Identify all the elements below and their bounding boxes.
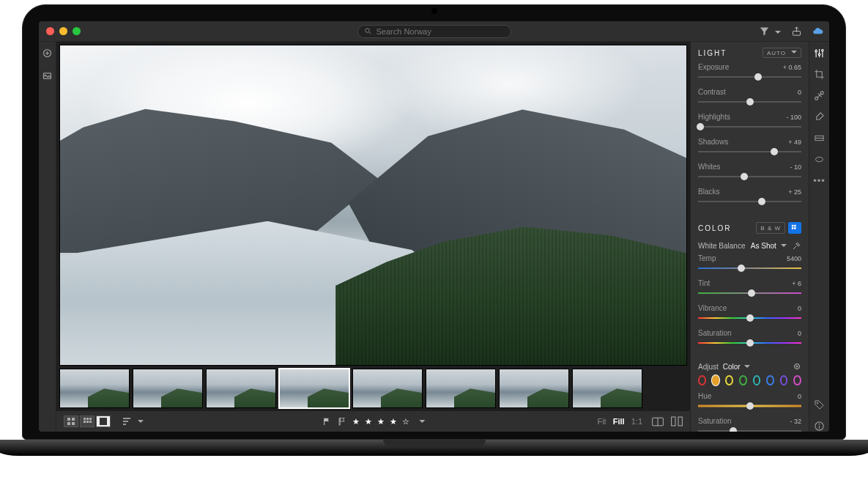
white-balance-label: White Balance [698, 242, 745, 250]
hsl-value: - 32 [790, 418, 801, 425]
swatch-6[interactable] [780, 375, 788, 385]
square-grid-view-button[interactable] [80, 416, 94, 427]
laptop-base [0, 440, 868, 456]
svg-line-1 [368, 32, 370, 34]
svg-rect-23 [794, 225, 796, 227]
chevron-down-icon [417, 417, 425, 426]
swatch-4[interactable] [753, 375, 761, 385]
swatch-2[interactable] [725, 375, 733, 385]
color-slider[interactable] [698, 314, 801, 322]
left-rail [39, 42, 56, 432]
color-slider[interactable] [698, 264, 801, 273]
thumbnail[interactable] [206, 369, 276, 408]
bw-button[interactable]: B & W [756, 222, 785, 234]
rating-stars[interactable]: ★ ★ ★ ★ ☆ [352, 417, 411, 427]
swatch-3[interactable] [739, 375, 747, 385]
radial-gradient-icon[interactable] [814, 154, 825, 165]
search-input[interactable]: Search Norway [357, 25, 511, 38]
show-original-icon[interactable] [652, 417, 664, 427]
swatch-0[interactable] [698, 375, 706, 385]
light-label: Contrast [698, 88, 726, 96]
grid-small-icon [791, 224, 798, 232]
svg-point-27 [796, 366, 798, 367]
edit-sliders-icon[interactable] [814, 48, 825, 59]
add-photos-icon[interactable] [42, 48, 53, 59]
flag-pick-icon[interactable] [322, 417, 331, 427]
adjust-select[interactable]: Color [723, 363, 751, 371]
thumbnail[interactable] [426, 369, 496, 408]
light-label: Blacks [698, 188, 719, 196]
zoom-fit[interactable]: Fit [597, 417, 606, 426]
color-value: + 6 [792, 280, 801, 287]
search-placeholder: Search Norway [376, 27, 431, 36]
filmstrip[interactable] [56, 366, 690, 411]
light-slider[interactable] [698, 147, 801, 156]
window-minimize-button[interactable] [59, 27, 67, 35]
zoom-1to1[interactable]: 1:1 [631, 417, 642, 426]
thumbnail[interactable] [352, 369, 423, 408]
chevron-down-icon [789, 49, 797, 56]
filter-button[interactable] [759, 25, 781, 38]
chevron-down-icon [779, 242, 787, 250]
image-viewer: ★ ★ ★ ★ ☆ Fit Fill 1:1 [56, 42, 690, 432]
light-slider[interactable] [698, 97, 801, 106]
auto-button[interactable]: AUTO [763, 48, 801, 58]
swatch-1[interactable] [712, 375, 720, 385]
color-label: Saturation [698, 329, 732, 337]
swatch-7[interactable] [793, 375, 801, 385]
window-close-button[interactable] [46, 27, 54, 35]
detail-view-button[interactable] [96, 416, 111, 427]
grid-view-button[interactable] [64, 416, 78, 427]
crop-icon[interactable] [814, 69, 825, 80]
more-tools-icon[interactable]: ••• [813, 175, 826, 186]
profile-button[interactable] [788, 222, 801, 234]
hsl-slider[interactable] [698, 427, 801, 432]
svg-point-38 [816, 157, 823, 161]
heal-icon[interactable] [814, 90, 825, 101]
thumbnail[interactable] [59, 369, 130, 408]
brush-icon[interactable] [814, 111, 825, 122]
light-slider[interactable] [698, 73, 801, 81]
cloud-sync-icon[interactable] [812, 26, 823, 37]
svg-rect-14 [84, 421, 86, 423]
zoom-controls[interactable]: Fit Fill 1:1 [595, 417, 645, 426]
color-slider[interactable] [698, 339, 801, 347]
svg-point-42 [819, 424, 820, 424]
svg-point-31 [815, 51, 817, 53]
info-icon[interactable] [814, 421, 825, 432]
color-slider[interactable] [698, 289, 801, 298]
light-slider[interactable] [698, 172, 801, 181]
thumbnail[interactable] [572, 369, 642, 408]
svg-rect-22 [792, 225, 794, 227]
sort-button[interactable] [122, 417, 144, 426]
svg-rect-12 [86, 418, 89, 420]
color-label: Vibrance [698, 304, 727, 312]
svg-rect-10 [72, 422, 75, 425]
window-zoom-button[interactable] [73, 27, 81, 35]
light-slider[interactable] [698, 122, 801, 131]
hsl-label: Saturation [698, 417, 732, 425]
thumbnail[interactable] [133, 369, 203, 408]
thumbnail[interactable] [499, 369, 569, 408]
thumbnail[interactable] [279, 369, 349, 408]
main-photo[interactable] [59, 45, 687, 366]
share-icon[interactable] [791, 26, 802, 37]
svg-rect-15 [86, 421, 89, 423]
svg-rect-17 [100, 418, 107, 425]
titlebar: Search Norway [39, 21, 829, 42]
target-adjust-icon[interactable] [793, 362, 801, 371]
zoom-fill[interactable]: Fill [613, 417, 625, 426]
tool-rail: ••• [809, 42, 829, 432]
white-balance-select[interactable]: As Shot [751, 242, 787, 250]
linear-gradient-icon[interactable] [814, 133, 825, 144]
eyedropper-icon[interactable] [792, 241, 801, 251]
flag-reject-icon[interactable] [337, 417, 346, 427]
my-photos-icon[interactable] [42, 70, 53, 81]
svg-rect-24 [792, 227, 794, 229]
svg-point-39 [817, 402, 818, 404]
light-slider[interactable] [698, 197, 801, 206]
tag-icon[interactable] [814, 399, 825, 410]
toggle-panels-icon[interactable] [671, 416, 683, 427]
swatch-5[interactable] [766, 375, 774, 385]
hsl-slider[interactable] [698, 402, 801, 410]
